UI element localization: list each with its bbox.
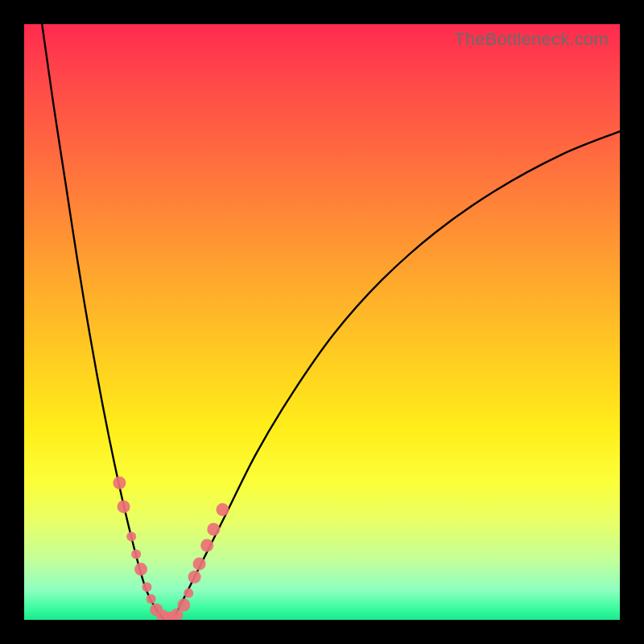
data-marker xyxy=(207,523,220,536)
data-marker xyxy=(177,599,190,612)
data-markers xyxy=(113,477,229,620)
curve-left-branch xyxy=(42,24,164,620)
data-marker xyxy=(216,503,229,516)
data-marker xyxy=(147,594,156,604)
chart-svg xyxy=(24,24,620,620)
data-marker xyxy=(126,531,136,541)
data-marker xyxy=(142,582,151,592)
data-marker xyxy=(134,563,147,576)
data-marker xyxy=(131,550,141,559)
data-marker xyxy=(193,557,206,570)
curve-lines xyxy=(42,24,620,620)
data-marker xyxy=(118,500,130,513)
data-marker xyxy=(113,477,126,489)
curve-right-branch xyxy=(173,131,620,620)
data-marker xyxy=(188,571,201,584)
chart-frame: TheBottleneck.com xyxy=(0,0,644,644)
data-marker xyxy=(184,588,193,598)
plot-area: TheBottleneck.com xyxy=(24,24,620,620)
data-marker xyxy=(200,539,213,552)
